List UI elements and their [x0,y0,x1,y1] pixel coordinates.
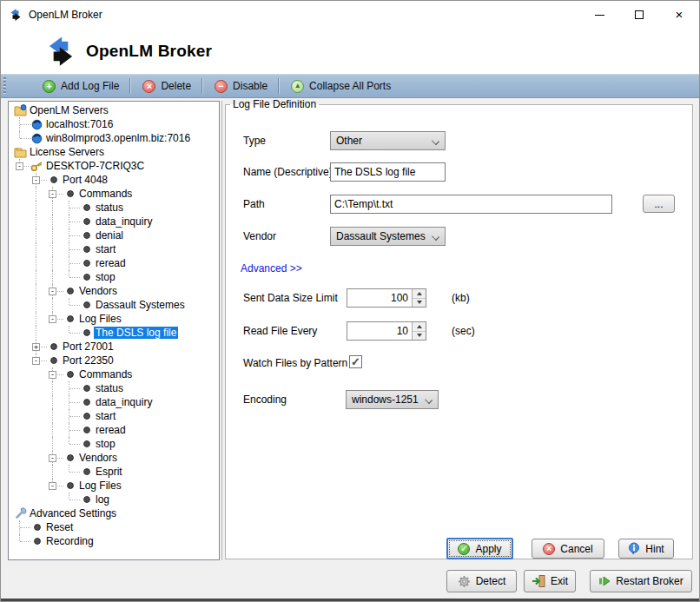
watch-files-checkbox[interactable] [349,355,362,368]
tree-item-log[interactable]: log [9,493,219,506]
tree-item-label: data_inquiry [94,215,154,228]
tree-guide-line [36,298,36,312]
spin-down-button[interactable] [413,332,426,341]
collapse-toggle-icon[interactable]: - [49,454,56,462]
tree-item-label: Vendors [77,452,119,464]
tree-item-label: denial [94,229,125,241]
tree-item-localhost-7016[interactable]: localhost:7016 [9,117,219,131]
bullet-icon [63,313,76,325]
delete-button[interactable]: × Delete [135,76,199,96]
hint-button[interactable]: Hint [618,539,674,559]
browse-button[interactable]: ... [643,195,675,213]
collapse-toggle-icon[interactable]: - [49,371,56,379]
maximize-button[interactable] [619,1,659,29]
tree-item-label: status [94,202,125,214]
spin-up-button[interactable] [413,322,426,332]
tree-item-win8olmprod3-openlm-biz-7016[interactable]: win8olmprod3.openlm.biz:7016 [9,131,219,145]
tree-item-vendors[interactable]: -Vendors [9,451,219,465]
collapse-all-ports-button[interactable]: ▲ Collapse All Ports [283,76,399,96]
tree-item-dassault-systemes[interactable]: Dassault Systemes [9,298,219,312]
bullet-icon [80,299,93,311]
apply-button[interactable]: ✓ Apply [446,538,513,559]
detect-button[interactable]: Detect [446,570,517,592]
tree-item-label: Commands [77,188,134,200]
folder-icon [14,146,27,158]
exit-button[interactable]: Exit [524,570,576,592]
cancel-button[interactable]: × Cancel [532,539,604,559]
tree-item-label: localhost:7016 [44,118,115,130]
tree-item-reset[interactable]: Reset [9,520,219,534]
tree-item-start[interactable]: start [9,409,219,423]
tree-item-log-files[interactable]: -Log Files [9,312,219,326]
minimize-button[interactable] [579,1,619,29]
tree-item-port-22350[interactable]: -Port 22350 [9,354,219,367]
bullet-icon [63,188,76,200]
toolbar-grip[interactable] [3,77,6,95]
tree-item-stop[interactable]: stop [9,437,219,451]
vendor-label: Vendor [243,230,276,242]
close-button[interactable]: × [659,1,699,29]
toolbar-separator [129,78,130,94]
tree-item-status[interactable]: status [9,201,219,215]
spin-up-button[interactable] [413,289,426,299]
maximize-icon [635,10,644,19]
expand-toggle-icon[interactable]: + [32,343,40,351]
tree-connector [69,472,80,473]
panel-splitter[interactable] [221,101,222,560]
chevron-down-icon [433,234,439,240]
type-label: Type [243,135,266,147]
tree-item-recording[interactable]: Recording [9,534,219,548]
tree-item-label: Log Files [77,313,123,325]
tree-item-denial[interactable]: denial [9,228,219,242]
disable-button[interactable]: − Disable [207,76,275,96]
tree-guide-line [52,298,53,312]
tree-item-data-inquiry[interactable]: data_inquiry [9,395,219,409]
tree-item-commands[interactable]: -Commands [9,187,219,201]
tree-item-reread[interactable]: reread [9,423,219,437]
sent-limit-spinner[interactable]: 100 [347,288,426,308]
tree-item-label: OpenLM Servers [28,104,110,116]
path-input[interactable] [330,195,612,214]
bullet-icon [80,396,93,408]
collapse-toggle-icon[interactable]: - [16,162,23,170]
encoding-row: Encoding windows-1251 [226,390,692,409]
footer-bar: Detect Exit Restart Broker [1,567,699,599]
tree-item-log-files[interactable]: -Log Files [9,479,219,493]
apply-label: Apply [475,543,501,555]
tree-item-commands[interactable]: -Commands [9,367,219,381]
tree-item-data-inquiry[interactable]: data_inquiry [9,215,219,228]
add-log-file-button[interactable]: + Add Log File [35,76,127,96]
sent-limit-value: 100 [391,292,408,304]
tree-item-license-servers[interactable]: License Servers [9,145,219,159]
tree-item-vendors[interactable]: -Vendors [9,284,219,298]
type-dropdown[interactable]: Other [330,131,446,150]
bullet-icon [80,466,93,478]
tree-item-desktop-7criq3c[interactable]: -DESKTOP-7CRIQ3C [9,159,219,173]
collapse-toggle-icon[interactable]: - [49,482,56,490]
name-input[interactable] [330,162,446,182]
tree-item-esprit[interactable]: Esprit [9,465,219,479]
encoding-dropdown[interactable]: windows-1251 [346,390,439,409]
vendor-dropdown[interactable]: Dassault Systemes [330,227,446,246]
delete-label: Delete [161,80,191,92]
tree-item-start[interactable]: start [9,242,219,256]
tree-item-status[interactable]: status [9,381,219,395]
advanced-link[interactable]: Advanced >> [241,262,302,275]
tree-item-openlm-servers[interactable]: OpenLM Servers [9,103,219,117]
tree-item-port-4048[interactable]: -Port 4048 [9,173,219,187]
spin-down-button[interactable] [413,299,426,308]
collapse-toggle-icon[interactable]: - [49,288,56,295]
collapse-toggle-icon[interactable]: - [49,190,56,198]
collapse-circle-icon: ▲ [291,80,304,93]
tree-item-the-dsls-log-file[interactable]: The DSLS log file [9,326,219,340]
restart-broker-button[interactable]: Restart Broker [590,570,692,592]
collapse-toggle-icon[interactable]: - [49,315,56,323]
read-every-spinner[interactable]: 10 [347,321,426,341]
collapse-toggle-icon[interactable]: - [32,357,40,365]
type-row: Type Other [226,131,692,150]
tree-item-port-27001[interactable]: +Port 27001 [9,340,219,354]
tree-item-advanced-settings[interactable]: Advanced Settings [9,506,219,520]
tree-item-reread[interactable]: reread [9,256,219,270]
tree-item-stop[interactable]: stop [9,270,219,284]
collapse-toggle-icon[interactable]: - [32,176,40,184]
